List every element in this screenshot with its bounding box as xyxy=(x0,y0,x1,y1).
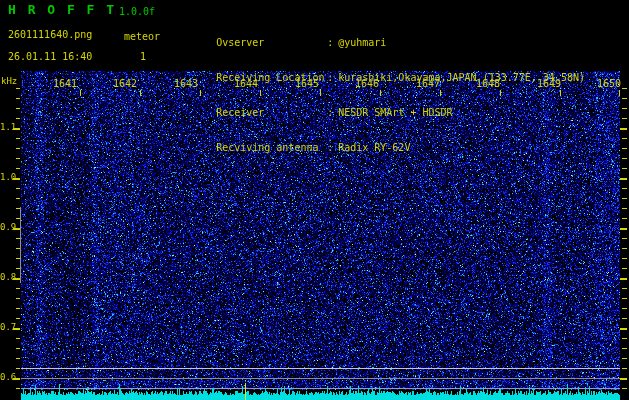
channel-count: 1 xyxy=(140,51,146,62)
freq-tick-label: 0.9 xyxy=(0,222,14,233)
time-tick-label: 1641 xyxy=(50,78,80,89)
info-separator: : xyxy=(327,37,333,48)
info-row-observer: Ovserver:@yuhmari xyxy=(180,26,585,39)
freq-tick-label: 1.0 xyxy=(0,172,14,183)
freq-tick-label: 1.1 xyxy=(0,122,14,133)
timestamp: 26.01.11 16:40 xyxy=(8,51,92,62)
app-version: 1.0.0f xyxy=(119,6,155,17)
info-value: NESDR SMArt + HDSDR xyxy=(338,107,452,118)
info-value: Radix RY-62V xyxy=(338,142,410,153)
app-title: H R O F F T xyxy=(8,4,116,15)
time-tick-label: 1643 xyxy=(171,78,201,89)
info-label: Recviving antenna xyxy=(216,142,327,153)
freq-tick-label: 0.6 xyxy=(0,372,14,383)
time-tick-label: 1647 xyxy=(413,78,443,89)
freq-tick-label: 0.8 xyxy=(0,272,14,283)
info-label: Ovserver xyxy=(216,37,327,48)
time-tick-label: 1650 xyxy=(594,78,624,89)
time-tick-label: 1649 xyxy=(534,78,564,89)
freq-tick-label: 0.7 xyxy=(0,322,14,333)
info-separator: : xyxy=(327,72,333,83)
info-label: Receiver xyxy=(216,107,327,118)
time-tick-label: 1646 xyxy=(352,78,382,89)
info-row-antenna: Recviving antenna:Radix RY-62V xyxy=(180,131,585,144)
info-value: @yuhmari xyxy=(338,37,386,48)
hrofft-window: H R O F F T 1.0.0f 2601111640.png meteor… xyxy=(0,0,629,400)
info-separator: : xyxy=(327,107,333,118)
time-tick-label: 1648 xyxy=(473,78,503,89)
info-row-receiver: Receiver:NESDR SMArt + HDSDR xyxy=(180,96,585,109)
freq-axis-unit: kHz xyxy=(1,76,17,87)
info-row-location: Receiving Location:kurashiki,Okayama,JAP… xyxy=(180,61,585,74)
output-filename: 2601111640.png xyxy=(8,29,92,40)
time-tick-label: 1642 xyxy=(110,78,140,89)
time-tick-label: 1645 xyxy=(292,78,322,89)
time-tick-label: 1644 xyxy=(231,78,261,89)
info-separator: : xyxy=(327,142,333,153)
mode-label: meteor xyxy=(124,31,160,42)
